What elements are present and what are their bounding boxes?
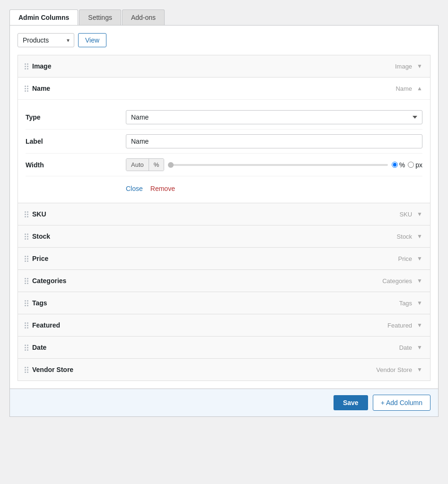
name-expanded-form: Type Name SKU Price Stock Categories Tag… (18, 99, 430, 203)
drag-handle-categories[interactable] (21, 276, 32, 286)
column-expand-sku[interactable]: ▼ (415, 210, 424, 218)
tab-admin-columns[interactable]: Admin Columns (9, 9, 78, 25)
drag-handle-name[interactable] (21, 84, 32, 94)
column-label-featured: Featured (32, 321, 387, 329)
column-row-date-header: Date Date ▼ (18, 337, 430, 358)
width-slider[interactable] (168, 164, 387, 166)
column-row-vendor-store-header: Vendor Store Vendor Store ▼ (18, 359, 430, 380)
toolbar-row: Products Orders Users Media ▼ View (18, 33, 430, 47)
column-type-date: Date (399, 344, 412, 351)
label-field (126, 134, 422, 148)
drag-handle-date[interactable] (21, 343, 32, 353)
column-right-name: Name ▲ (395, 84, 424, 93)
radio-pct-text: % (399, 161, 405, 169)
column-label-vendor-store: Vendor Store (32, 366, 376, 373)
column-expand-stock[interactable]: ▼ (415, 232, 424, 241)
column-row-tags: Tags Tags ▼ (18, 292, 430, 314)
add-column-button[interactable]: + Add Column (373, 395, 430, 411)
post-type-select-wrapper: Products Orders Users Media ▼ (18, 33, 74, 47)
column-type-price: Price (398, 255, 412, 262)
column-row-sku-header: SKU SKU ▼ (18, 203, 430, 225)
column-row-image: Image Image ▼ (18, 55, 430, 78)
post-type-select[interactable]: Products Orders Users Media (18, 33, 74, 47)
column-expand-tags[interactable]: ▼ (415, 299, 424, 307)
column-expand-image[interactable]: ▼ (415, 62, 424, 70)
form-row-label: Label (26, 130, 422, 154)
auto-pct-group: Auto % (126, 158, 164, 171)
drag-handle-price[interactable] (21, 254, 32, 264)
column-expand-date[interactable]: ▼ (415, 343, 424, 352)
drag-handle-vendor-store[interactable] (21, 365, 32, 375)
column-right-stock: Stock ▼ (397, 232, 424, 241)
column-right-vendor-store: Vendor Store ▼ (376, 365, 424, 374)
column-right-sku: SKU ▼ (399, 210, 424, 218)
column-type-name: Name (395, 85, 412, 92)
column-row-price-header: Price Price ▼ (18, 248, 430, 269)
width-label: Width (26, 161, 120, 169)
radio-pct-label[interactable]: % (392, 161, 405, 169)
column-type-sku: SKU (399, 211, 412, 218)
column-row-categories: Categories Categories ▼ (18, 270, 430, 292)
column-row-featured-header: Featured Featured ▼ (18, 314, 430, 336)
column-label-image: Image (32, 62, 395, 70)
column-type-stock: Stock (397, 233, 413, 240)
tabs-bar: Admin Columns Settings Add-ons (9, 9, 439, 25)
column-row-stock-header: Stock Stock ▼ (18, 225, 430, 247)
column-label-tags: Tags (32, 299, 399, 307)
column-label-name: Name (32, 85, 395, 92)
column-type-featured: Featured (387, 322, 412, 329)
column-row-featured: Featured Featured ▼ (18, 314, 430, 337)
column-type-vendor-store: Vendor Store (376, 366, 412, 373)
column-type-tags: Tags (399, 300, 412, 307)
column-label-price: Price (32, 255, 398, 262)
tab-settings[interactable]: Settings (79, 9, 121, 25)
drag-handle-image[interactable] (21, 61, 32, 71)
type-select[interactable]: Name SKU Price Stock Categories Tags Fea… (126, 110, 422, 124)
radio-px-label[interactable]: px (408, 161, 422, 169)
footer-bar: Save + Add Column (9, 389, 439, 417)
column-right-date: Date ▼ (399, 343, 424, 352)
column-label-categories: Categories (32, 277, 382, 285)
radio-px[interactable] (408, 162, 414, 168)
auto-button[interactable]: Auto (126, 159, 149, 171)
form-row-width: Width Auto % % (26, 154, 422, 176)
pct-button[interactable]: % (149, 159, 164, 171)
drag-handle-tags[interactable] (21, 298, 32, 308)
column-row-tags-header: Tags Tags ▼ (18, 292, 430, 314)
column-row-stock: Stock Stock ▼ (18, 225, 430, 248)
remove-link[interactable]: Remove (150, 185, 175, 192)
columns-list: Image Image ▼ Name Name ▲ (18, 55, 430, 381)
drag-handle-stock[interactable] (21, 232, 32, 242)
page-wrapper: Admin Columns Settings Add-ons Products … (9, 9, 439, 417)
radio-px-text: px (415, 161, 422, 169)
type-label: Type (26, 113, 120, 121)
close-link[interactable]: Close (126, 185, 143, 192)
column-row-price: Price Price ▼ (18, 248, 430, 270)
tab-add-ons[interactable]: Add-ons (122, 9, 165, 25)
column-label-date: Date (32, 344, 399, 351)
radio-group: % px (392, 161, 422, 169)
column-row-name-header: Name Name ▲ (18, 78, 430, 99)
column-row-image-header: Image Image ▼ (18, 55, 430, 77)
column-row-vendor-store: Vendor Store Vendor Store ▼ (18, 359, 430, 380)
main-content: Products Orders Users Media ▼ View Image (9, 25, 439, 389)
drag-handle-sku[interactable] (21, 209, 32, 219)
column-right-tags: Tags ▼ (399, 299, 424, 307)
drag-handle-featured[interactable] (21, 320, 32, 330)
column-expand-categories[interactable]: ▼ (415, 277, 424, 285)
column-expand-vendor-store[interactable]: ▼ (415, 365, 424, 374)
column-type-categories: Categories (382, 277, 412, 285)
column-expand-price[interactable]: ▼ (415, 254, 424, 263)
save-button[interactable]: Save (334, 395, 368, 410)
column-label-stock: Stock (32, 233, 397, 240)
column-right-featured: Featured ▼ (387, 321, 424, 329)
column-row-sku: SKU SKU ▼ (18, 203, 430, 225)
view-button[interactable]: View (78, 33, 106, 47)
column-right-price: Price ▼ (398, 254, 424, 263)
column-right-categories: Categories ▼ (382, 277, 424, 285)
column-expand-name[interactable]: ▲ (415, 84, 424, 93)
column-expand-featured[interactable]: ▼ (415, 321, 424, 329)
radio-pct[interactable] (392, 162, 398, 168)
action-row: Close Remove (126, 181, 175, 194)
label-input[interactable] (126, 134, 422, 148)
